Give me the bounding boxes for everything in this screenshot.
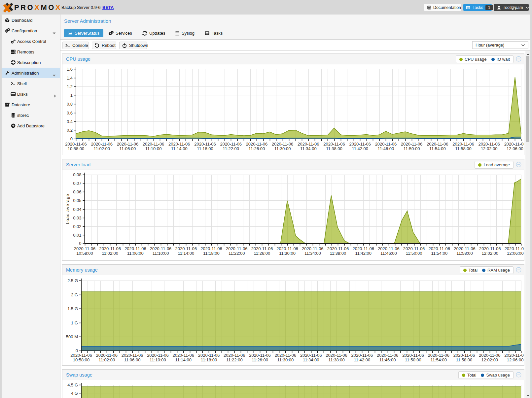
svg-text:2 G: 2 G bbox=[71, 292, 78, 297]
svg-text:11:22:00: 11:22:00 bbox=[226, 357, 243, 362]
svg-text:2020-11-06: 2020-11-06 bbox=[276, 246, 298, 251]
svg-text:0: 0 bbox=[79, 241, 81, 246]
svg-text:2020-11-06: 2020-11-06 bbox=[198, 353, 220, 358]
svg-text:1.4: 1.4 bbox=[67, 76, 73, 81]
svg-text:2020-11-06: 2020-11-06 bbox=[298, 142, 319, 147]
svg-text:2020-11-06: 2020-11-06 bbox=[403, 246, 425, 251]
svg-text:2020-11-06: 2020-11-06 bbox=[99, 246, 121, 251]
svg-text:11:06:00: 11:06:00 bbox=[127, 251, 144, 256]
svg-text:11:10:00: 11:10:00 bbox=[145, 146, 162, 151]
svg-text:2020-11-06: 2020-11-06 bbox=[452, 142, 474, 147]
svg-text:2020-11-06: 2020-11-06 bbox=[226, 246, 248, 251]
svg-text:11:30:00: 11:30:00 bbox=[274, 146, 291, 151]
svg-text:2020-11-06: 2020-11-06 bbox=[175, 246, 197, 251]
svg-text:11:58:00: 11:58:00 bbox=[455, 146, 472, 151]
svg-text:2020-11-06: 2020-11-06 bbox=[122, 353, 143, 358]
svg-text:11:50:00: 11:50:00 bbox=[404, 146, 420, 151]
svg-text:11:14:00: 11:14:00 bbox=[171, 146, 188, 151]
svg-text:500 M: 500 M bbox=[66, 334, 78, 339]
svg-text:1.5 G: 1.5 G bbox=[67, 306, 78, 311]
svg-text:11:46:00: 11:46:00 bbox=[378, 146, 394, 151]
svg-text:2020-11-06: 2020-11-06 bbox=[147, 353, 169, 358]
svg-text:0: 0 bbox=[70, 136, 73, 141]
svg-text:2020-11-06: 2020-11-06 bbox=[70, 353, 92, 358]
svg-text:2020-11-06: 2020-11-06 bbox=[220, 142, 242, 147]
svg-text:11:10:00: 11:10:00 bbox=[153, 251, 169, 256]
svg-text:1 G: 1 G bbox=[71, 320, 78, 325]
svg-text:11:02:00: 11:02:00 bbox=[93, 146, 110, 151]
svg-text:2020-11-06: 2020-11-06 bbox=[428, 353, 449, 358]
svg-text:2020-11-06: 2020-11-06 bbox=[453, 353, 475, 358]
svg-text:0.05: 0.05 bbox=[73, 198, 81, 203]
svg-text:0.06: 0.06 bbox=[73, 189, 81, 194]
svg-text:11:42:00: 11:42:00 bbox=[352, 146, 368, 151]
svg-text:10:58:00: 10:58:00 bbox=[73, 357, 90, 362]
svg-text:2020-11-06: 2020-11-06 bbox=[224, 353, 245, 358]
svg-text:11:38:00: 11:38:00 bbox=[328, 357, 345, 362]
svg-text:0.2: 0.2 bbox=[67, 128, 73, 133]
svg-text:11:26:00: 11:26:00 bbox=[254, 251, 270, 256]
svg-text:2020-11-06: 2020-11-06 bbox=[117, 142, 139, 147]
svg-text:2020-11-06: 2020-11-06 bbox=[478, 142, 500, 147]
svg-text:2020-11-06: 2020-11-06 bbox=[74, 246, 96, 251]
svg-text:11:50:00: 11:50:00 bbox=[406, 251, 422, 256]
svg-text:2020-11-06: 2020-11-06 bbox=[65, 142, 87, 147]
svg-text:2020-11-06: 2020-11-06 bbox=[479, 353, 501, 358]
svg-text:2020-11-06: 2020-11-06 bbox=[143, 142, 164, 147]
svg-text:10:58:00: 10:58:00 bbox=[76, 251, 93, 256]
svg-text:1.6: 1.6 bbox=[67, 67, 73, 72]
svg-text:2020-11-06: 2020-11-06 bbox=[251, 246, 273, 251]
svg-text:11:58:00: 11:58:00 bbox=[456, 357, 473, 362]
svg-text:2020-11-06: 2020-11-06 bbox=[150, 246, 172, 251]
svg-text:2020-11-06: 2020-11-06 bbox=[194, 142, 216, 147]
svg-text:2020-11-06: 2020-11-06 bbox=[401, 142, 423, 147]
svg-text:12:06:00: 12:06:00 bbox=[507, 146, 523, 151]
svg-text:4 G: 4 G bbox=[71, 391, 78, 396]
svg-text:4.5 G: 4.5 G bbox=[67, 382, 78, 387]
svg-text:2020-11-06: 2020-11-06 bbox=[91, 142, 113, 147]
svg-text:2020-11-06: 2020-11-06 bbox=[249, 353, 271, 358]
svg-text:11:50:00: 11:50:00 bbox=[405, 357, 421, 362]
svg-text:2020-11-06: 2020-11-06 bbox=[505, 246, 524, 251]
svg-text:11:22:00: 11:22:00 bbox=[229, 251, 245, 256]
svg-text:11:14:00: 11:14:00 bbox=[178, 251, 194, 256]
svg-text:2020-11-06: 2020-11-06 bbox=[246, 142, 268, 147]
svg-text:0.01: 0.01 bbox=[73, 233, 81, 238]
svg-text:11:34:00: 11:34:00 bbox=[300, 146, 317, 151]
svg-text:11:14:00: 11:14:00 bbox=[175, 357, 192, 362]
svg-text:0.03: 0.03 bbox=[73, 216, 81, 220]
svg-text:0.08: 0.08 bbox=[73, 172, 81, 177]
svg-text:11:18:00: 11:18:00 bbox=[197, 146, 213, 151]
svg-text:11:26:00: 11:26:00 bbox=[249, 146, 265, 151]
svg-text:11:26:00: 11:26:00 bbox=[252, 357, 268, 362]
svg-text:11:38:00: 11:38:00 bbox=[326, 146, 342, 151]
svg-text:2020-11-06: 2020-11-06 bbox=[327, 246, 349, 251]
svg-text:2020-11-06: 2020-11-06 bbox=[351, 353, 373, 358]
svg-text:2020-11-06: 2020-11-06 bbox=[302, 246, 324, 251]
svg-text:11:06:00: 11:06:00 bbox=[124, 357, 141, 362]
svg-text:11:34:00: 11:34:00 bbox=[304, 251, 321, 256]
svg-text:2020-11-06: 2020-11-06 bbox=[378, 246, 400, 251]
svg-text:2020-11-06: 2020-11-06 bbox=[427, 142, 448, 147]
svg-text:11:02:00: 11:02:00 bbox=[98, 357, 115, 362]
svg-text:2020-11-06: 2020-11-06 bbox=[272, 142, 294, 147]
svg-text:11:02:00: 11:02:00 bbox=[102, 251, 118, 256]
svg-text:2020-11-06: 2020-11-06 bbox=[375, 142, 397, 147]
svg-text:2020-11-06: 2020-11-06 bbox=[300, 353, 322, 358]
svg-text:1.2: 1.2 bbox=[67, 84, 73, 89]
svg-text:2020-11-06: 2020-11-06 bbox=[96, 353, 118, 358]
svg-text:2020-11-06: 2020-11-06 bbox=[504, 142, 524, 147]
svg-text:2020-11-06: 2020-11-06 bbox=[172, 353, 194, 358]
svg-text:12:02:00: 12:02:00 bbox=[481, 251, 498, 256]
svg-text:11:18:00: 11:18:00 bbox=[203, 251, 220, 256]
svg-text:10:58:00: 10:58:00 bbox=[68, 146, 85, 151]
svg-text:2020-11-06: 2020-11-06 bbox=[504, 353, 524, 358]
svg-text:0.02: 0.02 bbox=[73, 224, 81, 229]
svg-text:Load average: Load average bbox=[65, 194, 70, 224]
svg-text:11:54:00: 11:54:00 bbox=[431, 251, 447, 256]
svg-text:12:06:00: 12:06:00 bbox=[507, 251, 524, 256]
svg-text:11:10:00: 11:10:00 bbox=[150, 357, 166, 362]
svg-text:11:58:00: 11:58:00 bbox=[456, 251, 473, 256]
svg-text:12:02:00: 12:02:00 bbox=[481, 146, 498, 151]
svg-text:2020-11-06: 2020-11-06 bbox=[124, 246, 146, 251]
